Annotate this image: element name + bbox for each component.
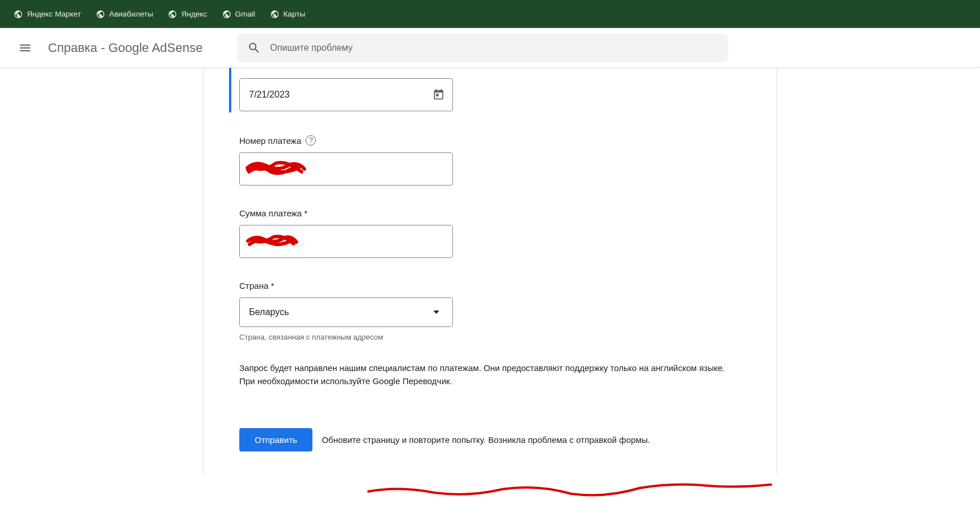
country-select[interactable]: Беларусь bbox=[239, 297, 453, 327]
menu-button[interactable] bbox=[11, 34, 39, 62]
payment-number-label: Номер платежа ? bbox=[239, 135, 741, 146]
globe-icon bbox=[14, 10, 23, 19]
bookmark-gmail[interactable]: Gmail bbox=[216, 7, 261, 22]
globe-icon bbox=[168, 10, 177, 19]
bookmarks-bar: Яндекс Маркет Авиабилеты Яндекс Gmail Ка… bbox=[0, 0, 980, 28]
payment-number-group: Номер платежа ? bbox=[239, 135, 741, 186]
bookmark-label: Gmail bbox=[235, 10, 255, 18]
bookmark-label: Авиабилеты bbox=[109, 10, 153, 18]
bookmark-yandex-market[interactable]: Яндекс Маркет bbox=[8, 7, 87, 22]
label-text: Номер платежа bbox=[239, 136, 301, 146]
date-field-group bbox=[229, 68, 741, 112]
help-icon[interactable]: ? bbox=[306, 135, 316, 146]
globe-icon bbox=[270, 10, 279, 19]
form-error-message: Обновите страницу и повторите попытку. В… bbox=[322, 435, 650, 445]
payment-amount-input[interactable] bbox=[239, 225, 453, 258]
globe-icon bbox=[96, 10, 105, 19]
payment-amount-label: Сумма платежа * bbox=[239, 208, 741, 218]
search-input[interactable] bbox=[270, 43, 718, 53]
country-group: Страна * Беларусь Страна, связанная с пл… bbox=[239, 281, 741, 341]
bookmark-karty[interactable]: Карты bbox=[264, 7, 311, 22]
form-info-text: Запрос будет направлен нашим специалиста… bbox=[239, 361, 741, 388]
date-input[interactable] bbox=[239, 78, 453, 111]
payment-number-input[interactable] bbox=[239, 152, 453, 186]
search-icon bbox=[247, 41, 261, 55]
globe-icon bbox=[222, 10, 231, 19]
country-hint: Страна, связанная с платежным адресом bbox=[239, 333, 741, 341]
bookmark-aviabilety[interactable]: Авиабилеты bbox=[90, 7, 159, 22]
bookmark-label: Карты bbox=[283, 10, 305, 18]
page-title: Справка - Google AdSense bbox=[48, 41, 203, 55]
country-label: Страна * bbox=[239, 281, 741, 291]
bookmark-label: Яндекс bbox=[181, 10, 207, 18]
bookmark-label: Яндекс Маркет bbox=[27, 10, 81, 18]
main-content: Номер платежа ? Сумма платежа * Страна *… bbox=[0, 68, 980, 474]
annotation-underline bbox=[366, 481, 777, 498]
submit-button[interactable]: Отправить bbox=[239, 428, 312, 452]
bookmark-yandex[interactable]: Яндекс bbox=[162, 7, 212, 22]
form-panel: Номер платежа ? Сумма платежа * Страна *… bbox=[203, 68, 777, 474]
search-container bbox=[237, 34, 728, 62]
app-header: Справка - Google AdSense bbox=[0, 28, 980, 68]
submit-row: Отправить Обновите страницу и повторите … bbox=[239, 428, 741, 452]
hamburger-icon bbox=[18, 41, 32, 55]
payment-amount-group: Сумма платежа * bbox=[239, 208, 741, 258]
